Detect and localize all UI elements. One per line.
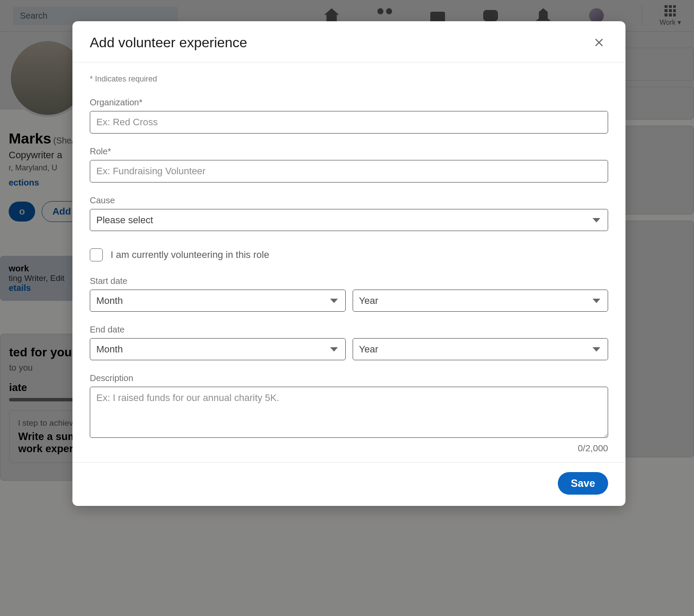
add-volunteer-modal: Add volunteer experience * Indicates req… bbox=[72, 21, 625, 506]
cause-select[interactable]: Please select bbox=[90, 209, 608, 231]
organization-label: Organization* bbox=[90, 98, 608, 108]
save-button[interactable]: Save bbox=[558, 472, 608, 495]
modal-header: Add volunteer experience bbox=[72, 21, 625, 62]
modal-body: * Indicates required Organization* Role*… bbox=[72, 62, 625, 462]
cause-label: Cause bbox=[90, 196, 608, 205]
required-note: * Indicates required bbox=[90, 75, 608, 84]
end-year-select[interactable]: Year bbox=[353, 338, 609, 360]
modal-footer: Save bbox=[72, 462, 625, 506]
organization-input[interactable] bbox=[90, 111, 608, 134]
modal-title: Add volunteer experience bbox=[90, 35, 247, 51]
close-button[interactable] bbox=[590, 33, 608, 52]
role-label: Role* bbox=[90, 147, 608, 156]
currently-volunteering-checkbox[interactable] bbox=[90, 248, 103, 261]
start-date-label: Start date bbox=[90, 276, 608, 286]
close-icon bbox=[593, 36, 606, 49]
role-input[interactable] bbox=[90, 160, 608, 183]
end-date-label: End date bbox=[90, 325, 608, 335]
description-label: Description bbox=[90, 373, 608, 383]
end-month-select[interactable]: Month bbox=[90, 338, 346, 360]
char-count: 0/2,000 bbox=[90, 443, 608, 453]
start-year-select[interactable]: Year bbox=[353, 290, 609, 312]
description-textarea[interactable] bbox=[90, 387, 608, 438]
currently-volunteering-label: I am currently volunteering in this role bbox=[111, 249, 269, 261]
start-month-select[interactable]: Month bbox=[90, 290, 346, 312]
